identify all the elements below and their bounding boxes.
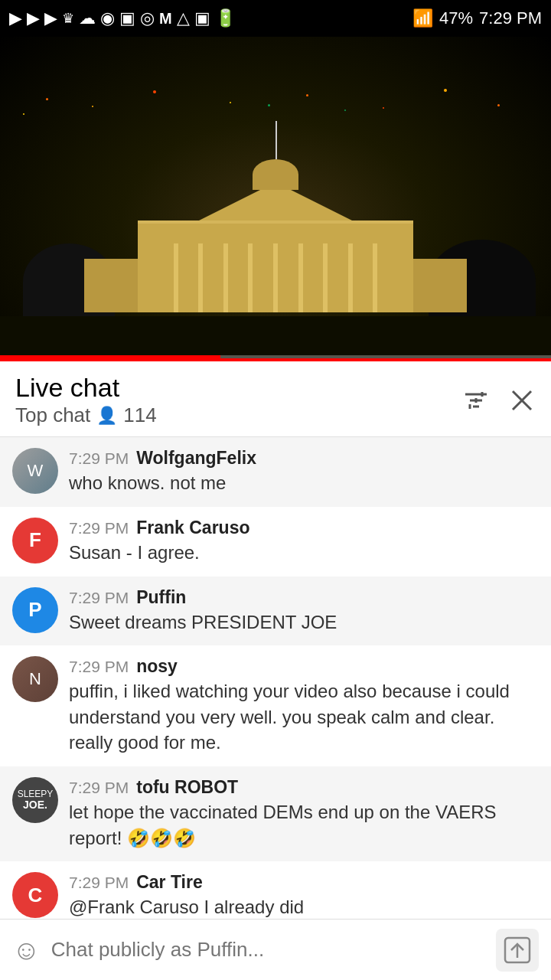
message-text: who knows. not me	[69, 470, 539, 496]
table-row: N 7:29 PM nosy puffin, i liked watching …	[0, 645, 551, 766]
video-progress-fill	[0, 355, 220, 358]
message-content: 7:29 PM Frank Caruso Susan - I agree.	[69, 518, 539, 566]
table-row: F 7:29 PM Frank Caruso Susan - I agree.	[0, 507, 551, 577]
chat-header-icons	[462, 387, 536, 414]
table-row: P 7:29 PM Puffin Sweet dreams PRESIDENT …	[0, 577, 551, 646]
avatar: N	[12, 656, 58, 702]
message-time: 7:29 PM	[69, 874, 129, 892]
message-time: 7:29 PM	[69, 449, 129, 468]
video-player[interactable]	[0, 37, 551, 358]
chat-input[interactable]	[51, 938, 485, 962]
chat-title: Live chat	[15, 374, 157, 402]
chat-header-left: Live chat Top chat 👤 114	[15, 374, 157, 427]
message-time: 7:29 PM	[69, 519, 129, 537]
message-content: 7:29 PM Car Tire @Frank Caruso I already…	[69, 872, 539, 920]
message-time: 7:29 PM	[69, 658, 129, 676]
avatar: W	[12, 448, 58, 494]
message-content: 7:29 PM nosy puffin, i liked watching yo…	[69, 656, 539, 756]
battery-percentage: 47%	[439, 8, 473, 28]
table-row: W 7:29 PM WolfgangFelix who knows. not m…	[0, 437, 551, 507]
avatar: F	[12, 518, 58, 564]
time: 7:29 PM	[479, 8, 542, 28]
message-author: Car Tire	[136, 872, 203, 893]
chat-input-bar: ☺	[0, 919, 551, 980]
message-content: 7:29 PM WolfgangFelix who knows. not me	[69, 448, 539, 496]
avatar: P	[12, 587, 58, 633]
app-icon-4: ♛	[62, 10, 74, 27]
status-right: 📶 47% 7:29 PM	[412, 8, 542, 28]
message-text: @Frank Caruso I already did	[69, 894, 539, 920]
app-icon-10: △	[177, 8, 190, 28]
send-icon	[504, 936, 531, 964]
close-button[interactable]	[508, 387, 536, 414]
chat-header: Live chat Top chat 👤 114	[0, 361, 551, 437]
filter-icon	[462, 387, 490, 414]
people-icon: 👤	[96, 406, 117, 426]
app-icon-3: ▶	[44, 8, 57, 28]
message-time: 7:29 PM	[69, 779, 129, 797]
table-row: SLEEPY JOE. 7:29 PM tofu ROBOT let hope …	[0, 766, 551, 861]
message-text: Sweet dreams PRESIDENT JOE	[69, 609, 539, 635]
chat-messages-list: W 7:29 PM WolfgangFelix who knows. not m…	[0, 437, 551, 980]
message-meta: 7:29 PM nosy	[69, 656, 539, 677]
message-meta: 7:29 PM Puffin	[69, 587, 539, 608]
avatar: C	[12, 872, 58, 918]
message-text: Susan - I agree.	[69, 540, 539, 566]
message-text: puffin, i liked watching your video also…	[69, 678, 539, 756]
emoji-icon: ☺	[12, 934, 41, 965]
app-icon-battery: 🔋	[215, 8, 236, 28]
app-icon-9: M	[159, 10, 172, 28]
video-progress-bar[interactable]	[0, 355, 551, 358]
message-content: 7:29 PM tofu ROBOT let hope the vaccinat…	[69, 777, 539, 851]
app-icon-11: ▣	[194, 8, 210, 28]
message-content: 7:29 PM Puffin Sweet dreams PRESIDENT JO…	[69, 587, 539, 635]
message-author: tofu ROBOT	[136, 777, 238, 798]
app-icon-5: ☁	[79, 8, 96, 28]
avatar: SLEEPY JOE.	[12, 777, 58, 823]
message-time: 7:29 PM	[69, 589, 129, 607]
message-meta: 7:29 PM Car Tire	[69, 872, 539, 893]
app-icon-6: ◉	[100, 8, 115, 28]
message-author: Puffin	[136, 587, 186, 608]
app-icon-2: ▶	[27, 8, 40, 28]
message-author: Frank Caruso	[136, 518, 249, 538]
app-icon-8: ◎	[140, 8, 155, 28]
message-meta: 7:29 PM Frank Caruso	[69, 518, 539, 538]
message-author: WolfgangFelix	[136, 448, 256, 469]
message-meta: 7:29 PM tofu ROBOT	[69, 777, 539, 798]
chat-subtitle: Top chat 👤 114	[15, 403, 157, 427]
status-icons-left: ▶ ▶ ▶ ♛ ☁ ◉ ▣ ◎ M △ ▣ 🔋	[9, 8, 236, 28]
white-house	[84, 159, 467, 312]
app-icon-1: ▶	[9, 8, 22, 28]
wifi-icon: 📶	[412, 8, 433, 28]
filter-button[interactable]	[462, 387, 490, 414]
top-chat-label: Top chat	[15, 403, 90, 427]
send-button[interactable]	[496, 929, 539, 972]
app-icon-7: ▣	[119, 8, 135, 28]
message-meta: 7:29 PM WolfgangFelix	[69, 448, 539, 469]
status-bar: ▶ ▶ ▶ ♛ ☁ ◉ ▣ ◎ M △ ▣ 🔋 📶 47% 7:29 PM	[0, 0, 551, 37]
message-text: let hope the vaccinated DEMs end up on t…	[69, 799, 539, 851]
close-icon	[508, 387, 536, 414]
emoji-button[interactable]: ☺	[12, 934, 41, 966]
video-background	[0, 37, 551, 358]
message-author: nosy	[136, 656, 178, 677]
viewer-count: 114	[123, 403, 156, 427]
